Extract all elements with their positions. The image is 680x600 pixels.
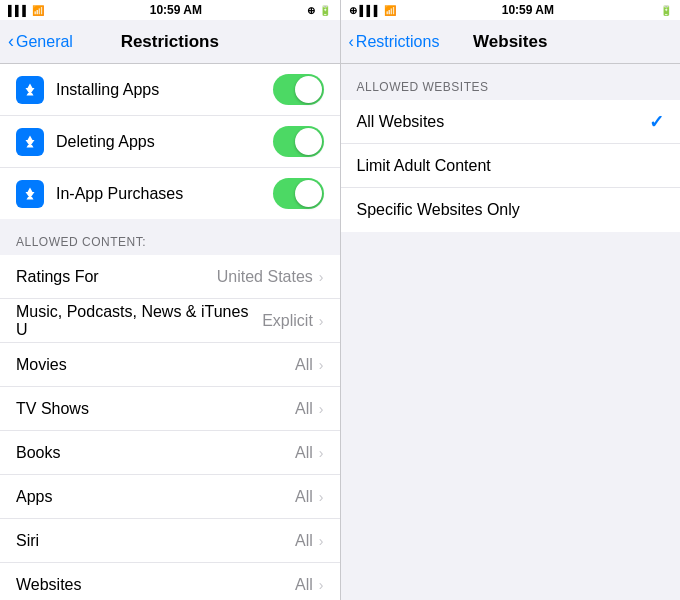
left-right-icons: ⊕ 🔋	[307, 5, 331, 16]
ratings-for-chevron: ›	[319, 269, 324, 285]
app-store-icon-1	[16, 76, 44, 104]
website-rows-section: All Websites ✓ Limit Adult Content Speci…	[341, 100, 681, 232]
movies-chevron: ›	[319, 357, 324, 373]
left-signal: ▌▌▌ 📶	[8, 5, 44, 16]
allowed-content-header: ALLOWED CONTENT:	[0, 219, 340, 255]
battery-icon: 🔋	[319, 5, 331, 16]
apps-row[interactable]: Apps All ›	[0, 475, 340, 519]
books-label: Books	[16, 444, 295, 462]
limit-adult-label: Limit Adult Content	[357, 157, 665, 175]
all-websites-label: All Websites	[357, 113, 650, 131]
websites-value: All	[295, 576, 313, 594]
left-time: 10:59 AM	[150, 3, 202, 17]
right-back-chevron-icon: ‹	[349, 33, 354, 51]
specific-websites-label: Specific Websites Only	[357, 201, 665, 219]
content-rows-section: Ratings For United States › Music, Podca…	[0, 255, 340, 600]
all-websites-checkmark: ✓	[649, 111, 664, 133]
deleting-apps-row[interactable]: Deleting Apps	[0, 116, 340, 168]
all-websites-row[interactable]: All Websites ✓	[341, 100, 681, 144]
apps-label: Apps	[16, 488, 295, 506]
deleting-apps-toggle[interactable]	[273, 126, 324, 157]
left-content-area: Installing Apps Deleting Apps In	[0, 64, 340, 600]
siri-label: Siri	[16, 532, 295, 550]
wifi-icon: 📶	[32, 5, 44, 16]
limit-adult-row[interactable]: Limit Adult Content	[341, 144, 681, 188]
left-nav-bar: ‹ General Restrictions	[0, 20, 340, 64]
right-plug-icon: ⊕	[349, 5, 357, 16]
siri-row[interactable]: Siri All ›	[0, 519, 340, 563]
general-back-button[interactable]: ‹ General	[8, 32, 73, 52]
tv-shows-label: TV Shows	[16, 400, 295, 418]
books-value: All	[295, 444, 313, 462]
books-chevron: ›	[319, 445, 324, 461]
right-page-title: Websites	[473, 32, 547, 52]
apps-chevron: ›	[319, 489, 324, 505]
left-panel: ▌▌▌ 📶 10:59 AM ⊕ 🔋 ‹ General Restriction…	[0, 0, 340, 600]
right-wifi-icon: 📶	[384, 5, 396, 16]
movies-label: Movies	[16, 356, 295, 374]
installing-apps-toggle[interactable]	[273, 74, 324, 105]
back-chevron-icon: ‹	[8, 31, 14, 52]
right-status-bar: ⊕ ▌▌▌ 📶 10:59 AM 🔋	[341, 0, 681, 20]
installing-apps-row[interactable]: Installing Apps	[0, 64, 340, 116]
in-app-purchases-row[interactable]: In-App Purchases	[0, 168, 340, 219]
ratings-for-row[interactable]: Ratings For United States ›	[0, 255, 340, 299]
websites-label: Websites	[16, 576, 295, 594]
right-content-area: ALLOWED WEBSITES All Websites ✓ Limit Ad…	[341, 64, 681, 600]
deleting-apps-label: Deleting Apps	[56, 133, 273, 151]
tv-shows-row[interactable]: TV Shows All ›	[0, 387, 340, 431]
websites-row[interactable]: Websites All ›	[0, 563, 340, 600]
signal-bars: ▌▌▌	[8, 5, 29, 16]
right-signal: ⊕ ▌▌▌ 📶	[349, 5, 396, 16]
ratings-for-value: United States	[217, 268, 313, 286]
installing-apps-label: Installing Apps	[56, 81, 273, 99]
back-label: General	[16, 33, 73, 51]
toggle-section: Installing Apps Deleting Apps In	[0, 64, 340, 219]
tv-shows-chevron: ›	[319, 401, 324, 417]
music-chevron: ›	[319, 313, 324, 329]
movies-value: All	[295, 356, 313, 374]
in-app-purchases-label: In-App Purchases	[56, 185, 273, 203]
siri-value: All	[295, 532, 313, 550]
apps-value: All	[295, 488, 313, 506]
books-row[interactable]: Books All ›	[0, 431, 340, 475]
tv-shows-value: All	[295, 400, 313, 418]
app-store-icon-3	[16, 180, 44, 208]
right-battery-icon: 🔋	[660, 5, 672, 16]
music-row[interactable]: Music, Podcasts, News & iTunes U Explici…	[0, 299, 340, 343]
restrictions-back-button[interactable]: ‹ Restrictions	[349, 33, 440, 51]
plug-icon: ⊕	[307, 5, 315, 16]
right-signal-bars: ▌▌▌	[360, 5, 381, 16]
movies-row[interactable]: Movies All ›	[0, 343, 340, 387]
music-label: Music, Podcasts, News & iTunes U	[16, 303, 262, 339]
right-nav-bar: ‹ Restrictions Websites	[341, 20, 681, 64]
right-right-icons: 🔋	[660, 5, 672, 16]
app-store-icon-2	[16, 128, 44, 156]
allowed-websites-header: ALLOWED WEBSITES	[341, 64, 681, 100]
in-app-purchases-toggle[interactable]	[273, 178, 324, 209]
right-back-label: Restrictions	[356, 33, 440, 51]
right-time: 10:59 AM	[502, 3, 554, 17]
websites-chevron: ›	[319, 577, 324, 593]
left-page-title: Restrictions	[121, 32, 219, 52]
siri-chevron: ›	[319, 533, 324, 549]
left-status-bar: ▌▌▌ 📶 10:59 AM ⊕ 🔋	[0, 0, 340, 20]
specific-websites-row[interactable]: Specific Websites Only	[341, 188, 681, 232]
right-panel: ⊕ ▌▌▌ 📶 10:59 AM 🔋 ‹ Restrictions Websit…	[341, 0, 681, 600]
ratings-for-label: Ratings For	[16, 268, 217, 286]
music-value: Explicit	[262, 312, 313, 330]
